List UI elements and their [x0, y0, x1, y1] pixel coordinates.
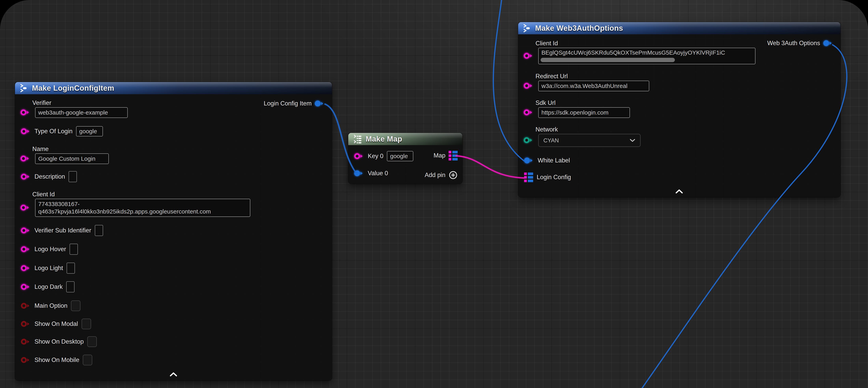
pin-login-config[interactable]: [524, 173, 533, 182]
node-title: Make Web3AuthOptions: [535, 24, 623, 33]
pin-row-show-on-desktop: Show On Desktop: [21, 336, 97, 347]
node-make-web3authoptions[interactable]: Make Web3AuthOptions Web 3Auth Options C…: [518, 22, 840, 197]
pin-logo-dark[interactable]: [21, 284, 31, 290]
pin-client-id[interactable]: [21, 205, 31, 211]
pin-value0[interactable]: [354, 170, 364, 176]
web3-client-id-text: BEglQSgt4cUWcj6SKRdu5QkOXTsePmMcusG5EAoy…: [541, 49, 725, 56]
logo-hover-field[interactable]: [69, 244, 78, 255]
pin-row-main-option: Main Option: [21, 300, 81, 311]
pin-label-redirect-url: Redirect Url: [535, 73, 568, 80]
pin-logo-hover[interactable]: [21, 246, 31, 252]
add-pin-icon[interactable]: [448, 171, 458, 180]
pin-show-on-modal[interactable]: [21, 321, 31, 327]
pin-verifier-sub-identifier[interactable]: [21, 228, 31, 233]
node-make-map[interactable]: Make Map Key 0 google Map Value 0 Add pi…: [348, 133, 462, 184]
pin-sdk-url[interactable]: [524, 110, 534, 115]
pin-row-logo-light: Logo Light: [21, 263, 75, 274]
pin-row-white-label: White Label: [524, 155, 570, 166]
node-header-make-loginconfigitem[interactable]: Make LoginConfigItem: [15, 82, 332, 94]
pin-label: Key 0: [368, 153, 383, 160]
pin-row-type-of-login: Type Of Login google: [21, 126, 103, 137]
pin-map-output[interactable]: [448, 151, 458, 160]
pin-login-config-item-output[interactable]: [315, 100, 325, 107]
add-pin-label: Add pin: [425, 172, 445, 179]
pin-web3-client-id[interactable]: [524, 53, 534, 59]
node-title: Make LoginConfigItem: [32, 84, 114, 92]
show-on-desktop-checkbox[interactable]: [87, 336, 97, 347]
pin-row-web3auth-options-out: Web 3Auth Options: [767, 38, 833, 49]
verifier-field[interactable]: web3auth-google-example: [35, 107, 128, 118]
horizontal-scrollbar[interactable]: [540, 58, 675, 62]
pin-label-verifier: Verifier: [32, 99, 51, 107]
add-pin-row: Add pin: [425, 170, 458, 181]
pin-row-verifier-sub-identifier: Verifier Sub Identifier: [21, 225, 103, 236]
pin-label: Login Config: [537, 174, 571, 181]
blueprint-graph-canvas[interactable]: { "colors": { "string_pin": "#e611c8", "…: [0, 0, 868, 388]
node-header-make-map[interactable]: Make Map: [348, 133, 462, 145]
network-selected-value: CYAN: [544, 137, 559, 144]
pin-network[interactable]: [524, 137, 534, 143]
pin-label: Type Of Login: [34, 128, 72, 135]
pin-main-option[interactable]: [21, 303, 31, 309]
show-on-modal-checkbox[interactable]: [82, 319, 91, 329]
pin-label-network: Network: [535, 126, 558, 133]
pin-label: Logo Dark: [34, 283, 63, 290]
pin-label: Show On Modal: [34, 320, 78, 327]
pin-label: Logo Light: [34, 265, 63, 272]
description-field[interactable]: [69, 171, 77, 182]
make-struct-icon: [20, 84, 28, 92]
pin-label-client-id: Client Id: [32, 191, 55, 198]
verifier-sub-identifier-field[interactable]: [95, 225, 103, 236]
pin-label: Login Config Item: [264, 100, 312, 107]
network-dropdown[interactable]: CYAN: [538, 134, 641, 147]
node-header-make-web3authoptions[interactable]: Make Web3AuthOptions: [518, 22, 840, 34]
collapse-chevron-icon[interactable]: [675, 189, 683, 193]
pin-web3auth-options-output[interactable]: [823, 40, 833, 46]
show-on-mobile-checkbox[interactable]: [83, 355, 92, 365]
pin-type-of-login[interactable]: [21, 128, 31, 134]
pin-show-on-desktop[interactable]: [21, 339, 31, 345]
pin-logo-light[interactable]: [21, 265, 31, 271]
collapse-chevron-icon[interactable]: [169, 372, 177, 377]
redirect-url-field[interactable]: w3a://com.w3a.Web3AuthUnreal: [538, 81, 649, 91]
pin-row-show-on-mobile: Show On Mobile: [21, 355, 92, 365]
pin-row-login-config-item-out: Login Config Item: [264, 98, 325, 109]
pin-white-label[interactable]: [524, 157, 534, 163]
type-of-login-field[interactable]: google: [76, 126, 103, 137]
pin-label: Verifier Sub Identifier: [34, 227, 91, 234]
pin-key0[interactable]: [354, 153, 364, 159]
client-id-field[interactable]: 774338308167- q463s7kpvja16l4l0kko3nb925…: [35, 199, 250, 217]
pin-row-value0: Value 0: [354, 168, 388, 179]
pin-row-login-config: Login Config: [524, 172, 571, 183]
main-option-checkbox[interactable]: [71, 300, 81, 311]
logo-dark-field[interactable]: [66, 281, 74, 292]
pin-redirect-url[interactable]: [524, 83, 534, 89]
pin-label: Description: [34, 173, 65, 180]
pin-label-client-id: Client Id: [535, 40, 558, 47]
pin-label: Map: [434, 152, 445, 159]
node-make-loginconfigitem[interactable]: Make LoginConfigItem Login Config Item V…: [15, 82, 332, 381]
web3-client-id-field[interactable]: BEglQSgt4cUWcj6SKRdu5QkOXTsePmMcusG5EAoy…: [538, 48, 755, 64]
pin-row-logo-dark: Logo Dark: [21, 281, 74, 292]
pin-label: Value 0: [368, 170, 388, 177]
pin-verifier[interactable]: [21, 110, 31, 115]
pin-row-show-on-modal: Show On Modal: [21, 319, 91, 329]
pin-row-description: Description: [21, 171, 77, 182]
pin-label: Show On Desktop: [34, 338, 84, 345]
pin-label-sdk-url: Sdk Url: [535, 99, 556, 107]
pin-show-on-mobile[interactable]: [21, 357, 31, 363]
pin-description[interactable]: [21, 174, 31, 180]
pin-row-map-out: Map: [434, 150, 458, 161]
make-map-icon: [353, 135, 362, 143]
pin-label: Show On Mobile: [34, 356, 79, 363]
pin-name[interactable]: [21, 155, 31, 161]
key0-field[interactable]: google: [387, 151, 413, 161]
logo-light-field[interactable]: [67, 263, 75, 274]
client-id-line2: q463s7kpvja16l4l0kko3nb925ikds2p.apps.go…: [38, 208, 211, 215]
name-field[interactable]: Google Custom Login: [35, 153, 109, 164]
pin-label: Main Option: [34, 302, 67, 309]
wire-map-to-loginconfig[interactable]: [456, 156, 525, 178]
wire-map-to-loginconfig-glow: [456, 156, 525, 178]
sdk-url-field[interactable]: https://sdk.openlogin.com: [538, 107, 630, 118]
client-id-line1: 774338308167-: [38, 200, 80, 208]
